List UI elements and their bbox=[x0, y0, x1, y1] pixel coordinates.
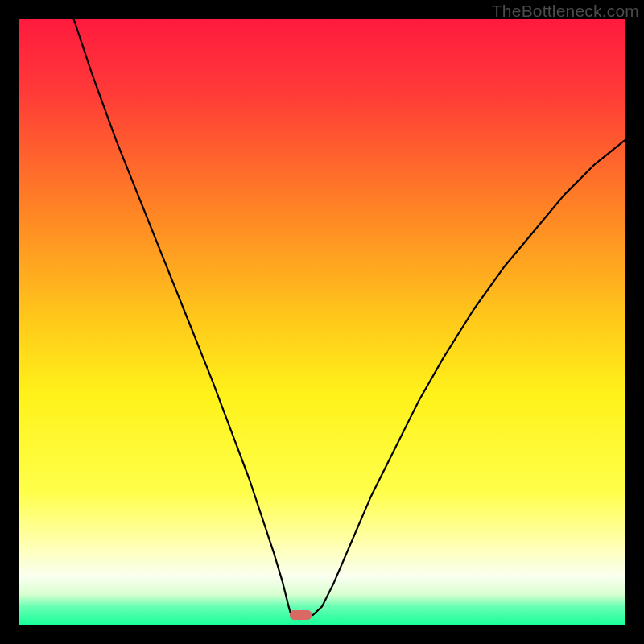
chart-frame: TheBottleneck.com bbox=[0, 0, 644, 644]
optimal-marker bbox=[290, 610, 312, 620]
chart-svg bbox=[19, 19, 625, 625]
chart-background bbox=[19, 19, 625, 625]
chart-plot-area bbox=[19, 19, 625, 625]
watermark-text: TheBottleneck.com bbox=[492, 2, 639, 21]
